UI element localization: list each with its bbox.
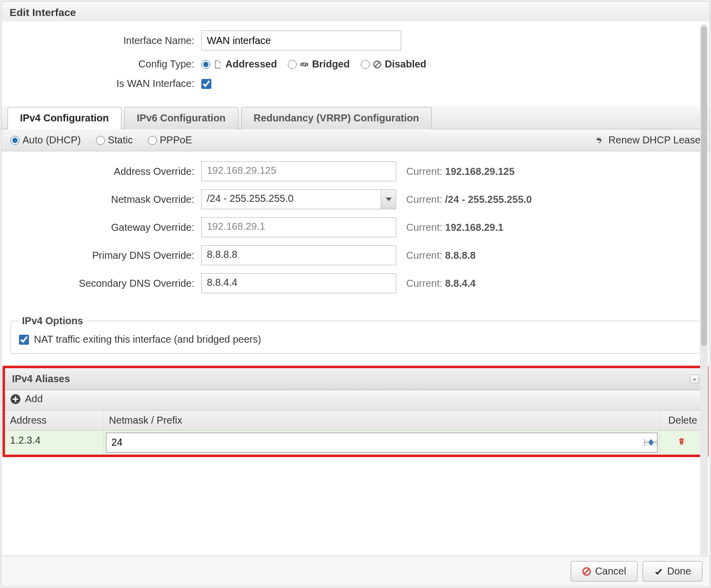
cancel-label: Cancel bbox=[595, 566, 626, 577]
mode-static[interactable]: Static bbox=[96, 134, 133, 146]
mode-pppoe-label: PPPoE bbox=[160, 134, 192, 146]
vertical-scrollbar[interactable] bbox=[700, 24, 708, 558]
cancel-icon bbox=[582, 567, 591, 576]
check-icon bbox=[654, 567, 663, 576]
ipv4-aliases-header: IPv4 Aliases bbox=[5, 368, 706, 390]
link-icon bbox=[300, 60, 309, 69]
chevron-down-icon[interactable] bbox=[381, 190, 396, 209]
add-alias-button[interactable]: Add bbox=[10, 393, 43, 405]
aliases-grid-header: Address Netmask / Prefix Delete bbox=[5, 411, 706, 431]
is-wan-checkbox[interactable] bbox=[201, 79, 211, 89]
aliases-toolbar: Add bbox=[5, 390, 706, 411]
ipv4-aliases-section: IPv4 Aliases Add Address Netmask / Prefi… bbox=[2, 366, 709, 457]
delete-alias-button[interactable] bbox=[678, 437, 689, 448]
netmask-override-label: Netmask Override: bbox=[6, 194, 201, 205]
mode-auto-dhcp[interactable]: Auto (DHCP) bbox=[10, 134, 81, 146]
is-wan-label: Is WAN Interface: bbox=[11, 78, 201, 89]
config-type-addressed[interactable]: Addressed bbox=[201, 58, 277, 70]
config-type-bridged[interactable]: Bridged bbox=[288, 58, 350, 70]
ipv4-mode-bar: Auto (DHCP) Static PPPoE Renew DHCP Leas… bbox=[1, 129, 710, 151]
mode-pppoe[interactable]: PPPoE bbox=[148, 134, 192, 146]
netmask-override-select[interactable]: /24 - 255.255.255.0 bbox=[201, 189, 396, 209]
ipv4-aliases-title: IPv4 Aliases bbox=[12, 373, 70, 385]
done-button[interactable]: Done bbox=[643, 561, 703, 582]
collapse-icon[interactable] bbox=[690, 375, 699, 384]
svg-line-6 bbox=[584, 569, 589, 574]
renew-dhcp-lease-button[interactable]: Renew DHCP Lease bbox=[595, 134, 701, 146]
tab-body: Auto (DHCP) Static PPPoE Renew DHCP Leas… bbox=[1, 129, 710, 587]
edit-interface-dialog: Edit Interface Interface Name: Config Ty… bbox=[1, 1, 710, 587]
refresh-icon bbox=[595, 135, 605, 145]
plus-circle-icon bbox=[10, 394, 21, 405]
interface-name-label: Interface Name: bbox=[11, 35, 201, 46]
gateway-override-label: Gateway Override: bbox=[6, 222, 201, 233]
spinner-down-icon[interactable] bbox=[645, 443, 657, 446]
config-type-label: Config Type: bbox=[11, 58, 201, 70]
dialog-title: Edit Interface bbox=[1, 1, 710, 21]
secondary-dns-label: Secondary DNS Override: bbox=[6, 278, 201, 289]
ipv4-options-legend: IPv4 Options bbox=[19, 315, 86, 327]
alias-netmask-spinner[interactable] bbox=[106, 433, 658, 453]
nat-traffic-checkbox[interactable] bbox=[19, 335, 29, 345]
config-type-disabled[interactable]: Disabled bbox=[361, 58, 426, 70]
address-override-current: Current: 192.168.29.125 bbox=[406, 166, 515, 177]
address-override-input[interactable]: 192.168.29.125 bbox=[201, 161, 396, 181]
tab-ipv6[interactable]: IPv6 Configuration bbox=[124, 107, 238, 129]
nat-traffic-label: NAT traffic exiting this interface (and … bbox=[34, 334, 261, 345]
gateway-override-current: Current: 192.168.29.1 bbox=[406, 222, 504, 233]
address-override-label: Address Override: bbox=[6, 166, 201, 177]
alias-row: 1.2.3.4 bbox=[5, 431, 706, 455]
primary-dns-label: Primary DNS Override: bbox=[6, 250, 201, 261]
interface-name-input[interactable] bbox=[201, 30, 401, 50]
scrollbar-thumb[interactable] bbox=[701, 26, 707, 346]
alias-address-cell[interactable]: 1.2.3.4 bbox=[5, 431, 104, 455]
document-icon bbox=[213, 60, 222, 69]
tab-vrrp[interactable]: Redundancy (VRRP) Configuration bbox=[241, 107, 432, 129]
add-alias-label: Add bbox=[25, 393, 43, 405]
svg-line-3 bbox=[375, 62, 379, 66]
secondary-dns-current: Current: 8.8.4.4 bbox=[406, 278, 476, 289]
config-type-bridged-label: Bridged bbox=[312, 58, 350, 70]
netmask-override-value: /24 - 255.255.255.0 bbox=[202, 190, 381, 209]
gateway-override-input[interactable]: 192.168.29.1 bbox=[201, 217, 396, 237]
top-form: Interface Name: Config Type: Addressed bbox=[1, 21, 710, 104]
primary-dns-input[interactable]: 8.8.8.8 bbox=[201, 245, 396, 265]
renew-dhcp-lease-label: Renew DHCP Lease bbox=[609, 134, 701, 146]
netmask-override-current: Current: /24 - 255.255.255.0 bbox=[406, 194, 532, 205]
alias-netmask-input[interactable] bbox=[106, 435, 644, 450]
tab-ipv4[interactable]: IPv4 Configuration bbox=[7, 107, 121, 129]
config-type-disabled-label: Disabled bbox=[385, 58, 426, 70]
col-netmask: Netmask / Prefix bbox=[104, 411, 660, 430]
col-address: Address bbox=[5, 411, 104, 430]
dialog-footer: Cancel Done bbox=[1, 556, 710, 587]
mode-static-label: Static bbox=[108, 134, 133, 146]
ipv4-form: Address Override: 192.168.29.125 Current… bbox=[1, 151, 710, 310]
tab-strip: IPv4 Configuration IPv6 Configuration Re… bbox=[1, 106, 710, 129]
ipv4-options-fieldset: IPv4 Options NAT traffic exiting this in… bbox=[10, 315, 701, 354]
cancel-button[interactable]: Cancel bbox=[571, 561, 638, 582]
config-type-addressed-label: Addressed bbox=[225, 58, 277, 70]
ban-icon bbox=[373, 60, 382, 69]
done-label: Done bbox=[667, 566, 691, 577]
mode-auto-label: Auto (DHCP) bbox=[22, 134, 81, 146]
config-type-group: Addressed Bridged Disabled bbox=[201, 58, 426, 70]
spinner-up-icon[interactable] bbox=[645, 439, 657, 443]
secondary-dns-input[interactable]: 8.8.4.4 bbox=[201, 273, 396, 293]
col-delete: Delete bbox=[660, 411, 706, 430]
primary-dns-current: Current: 8.8.8.8 bbox=[406, 250, 476, 261]
